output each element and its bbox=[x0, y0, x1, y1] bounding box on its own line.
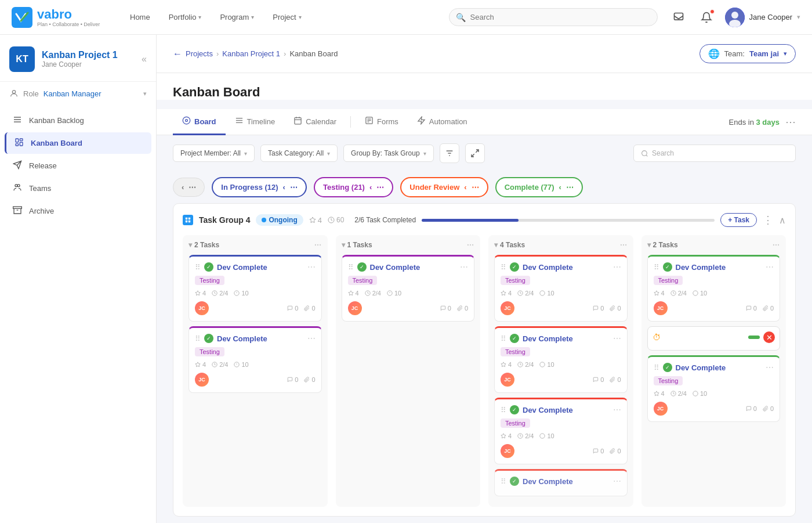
sidebar-item-archive[interactable]: Archive bbox=[5, 200, 151, 222]
nav-project[interactable]: Project ▾ bbox=[264, 9, 309, 25]
kcol-arrow-complete[interactable]: ▾ bbox=[647, 241, 651, 249]
task-group-collapse-btn[interactable]: ∧ bbox=[779, 215, 786, 226]
sidebar-item-kanban-backlog[interactable]: Kanban Backlog bbox=[5, 110, 151, 131]
tab-timeline[interactable]: Timeline bbox=[226, 109, 285, 135]
task-title[interactable]: Dev Complete bbox=[523, 477, 610, 486]
role-value[interactable]: Kanban Manager bbox=[44, 89, 102, 98]
task-more-btn[interactable]: ⋯ bbox=[766, 363, 774, 372]
task-category-filter[interactable]: Task Category: All ▾ bbox=[260, 145, 338, 162]
nav-home[interactable]: Home bbox=[122, 9, 158, 25]
col-header-testing[interactable]: Testing (21) ‹ ⋯ bbox=[314, 177, 393, 197]
sidebar-item-release[interactable]: Release bbox=[5, 155, 151, 176]
drag-handle-icon[interactable]: ⠿ bbox=[501, 406, 506, 414]
kcol-dots-inprogress[interactable] bbox=[314, 241, 322, 249]
col-testing-more[interactable]: ⋯ bbox=[376, 183, 384, 192]
sidebar-label-teams: Teams bbox=[29, 184, 51, 193]
breadcrumb-projects[interactable]: Projects bbox=[186, 49, 213, 58]
group-by-filter[interactable]: Group By: Task Group ▾ bbox=[343, 145, 434, 162]
team-selector[interactable]: 🌐 Team: Team jai ▾ bbox=[699, 44, 796, 63]
task-title[interactable]: Dev Complete bbox=[217, 263, 304, 272]
nav-portfolio[interactable]: Portfolio ▾ bbox=[161, 9, 210, 25]
kcol-dots-complete[interactable] bbox=[772, 241, 780, 249]
sidebar-label-board: Kanban Board bbox=[31, 139, 82, 147]
col-header-empty[interactable]: ‹ ⋯ bbox=[173, 178, 205, 197]
nav-program[interactable]: Program ▾ bbox=[212, 9, 262, 25]
task-group-time: 60 bbox=[328, 216, 344, 224]
breadcrumb-project-name[interactable]: Kanban Project 1 bbox=[222, 49, 280, 58]
breadcrumb-back-icon[interactable]: ← bbox=[173, 49, 182, 59]
tab-forms[interactable]: Forms bbox=[356, 109, 408, 135]
task-title[interactable]: Dev Complete bbox=[523, 334, 610, 343]
task-more-btn[interactable]: ⋯ bbox=[613, 477, 621, 486]
drag-handle-icon[interactable]: ⠿ bbox=[501, 477, 506, 486]
reject-btn[interactable]: ✕ bbox=[763, 331, 775, 343]
tab-automation[interactable]: Automation bbox=[408, 109, 477, 135]
header-more-btn[interactable]: ⋯ bbox=[785, 116, 796, 128]
task-title[interactable]: Dev Complete bbox=[370, 263, 457, 272]
task-more-btn[interactable]: ⋯ bbox=[307, 334, 316, 343]
logo[interactable]: vabro Plan • Collaborate • Deliver bbox=[12, 7, 104, 28]
kcol-dots-testing[interactable] bbox=[466, 241, 474, 249]
fullscreen-btn[interactable] bbox=[465, 143, 485, 163]
drag-handle-icon[interactable]: ⠿ bbox=[501, 263, 506, 272]
breadcrumb-bar: ← Projects › Kanban Project 1 › Kanban B… bbox=[157, 35, 812, 73]
kcol-arrow-underreview[interactable]: ▾ bbox=[494, 241, 498, 249]
global-search-input[interactable] bbox=[449, 8, 658, 26]
drag-handle-icon[interactable]: ⠿ bbox=[195, 263, 201, 272]
task-stars-meta: 4 bbox=[195, 290, 206, 297]
col-header-inprogress[interactable]: In Progress (12) ‹ ⋯ bbox=[212, 177, 307, 197]
sidebar-label-archive: Archive bbox=[29, 207, 54, 215]
task-more-btn[interactable]: ⋯ bbox=[766, 262, 774, 272]
task-more-btn[interactable]: ⋯ bbox=[613, 334, 621, 343]
messages-icon-btn[interactable] bbox=[669, 8, 688, 27]
drag-handle-icon[interactable]: ⠿ bbox=[501, 334, 506, 343]
drag-handle-icon[interactable]: ⠿ bbox=[195, 334, 201, 343]
task-more-btn[interactable]: ⋯ bbox=[307, 262, 316, 272]
task-title[interactable]: Dev Complete bbox=[676, 263, 763, 272]
col-underreview-more[interactable]: ⋯ bbox=[472, 183, 479, 192]
sidebar-item-teams[interactable]: Teams bbox=[5, 178, 151, 199]
kcol-dots-underreview[interactable] bbox=[619, 241, 628, 249]
kcol-arrow-inprogress[interactable]: ▾ bbox=[188, 241, 192, 249]
drag-handle-icon[interactable]: ⠿ bbox=[654, 363, 659, 372]
col-header-complete[interactable]: Complete (77) ‹ ⋯ bbox=[495, 177, 583, 197]
role-chevron-icon[interactable]: ▾ bbox=[143, 90, 147, 98]
approve-btn[interactable] bbox=[748, 336, 760, 339]
task-title[interactable]: Dev Complete bbox=[676, 363, 763, 372]
svg-marker-68 bbox=[501, 362, 506, 367]
task-time-meta: 10 bbox=[387, 290, 401, 297]
drag-handle-icon[interactable]: ⠿ bbox=[654, 263, 659, 272]
drag-handle-icon[interactable]: ⠿ bbox=[348, 263, 354, 272]
tab-right: Ends in 3 days ⋯ bbox=[729, 116, 796, 128]
project-badge: KT bbox=[9, 46, 35, 72]
sidebar-collapse-btn[interactable]: « bbox=[142, 54, 147, 64]
svg-point-17 bbox=[183, 117, 190, 124]
tab-calendar[interactable]: Calendar bbox=[284, 109, 346, 135]
project-member-filter[interactable]: Project Member: All ▾ bbox=[173, 145, 255, 162]
tab-board[interactable]: Board bbox=[173, 109, 226, 135]
task-more-btn[interactable]: ⋯ bbox=[613, 405, 621, 414]
col-complete-more[interactable]: ⋯ bbox=[566, 183, 574, 192]
archive-icon bbox=[12, 205, 23, 217]
task-more-btn[interactable]: ⋯ bbox=[613, 262, 621, 272]
project-name[interactable]: Kanban Project 1 bbox=[42, 50, 118, 60]
add-task-btn[interactable]: + Task bbox=[720, 213, 757, 227]
sidebar-item-kanban-board[interactable]: Kanban Board bbox=[5, 132, 151, 154]
user-profile[interactable]: Jane Cooper ▾ bbox=[725, 8, 800, 27]
kcol-header-underreview: ▾ 4 Tasks bbox=[494, 241, 628, 249]
kcol-arrow-testing[interactable]: ▾ bbox=[342, 241, 345, 249]
col-inprogress-more[interactable]: ⋯ bbox=[290, 183, 298, 192]
svg-point-57 bbox=[473, 244, 473, 245]
kanban-search[interactable]: Search bbox=[633, 145, 796, 162]
notifications-icon-btn[interactable] bbox=[697, 8, 716, 27]
task-title[interactable]: Dev Complete bbox=[523, 406, 610, 414]
filter-settings-btn[interactable] bbox=[440, 143, 459, 163]
task-group-menu-btn[interactable]: ⋮ bbox=[763, 214, 773, 226]
svg-marker-77 bbox=[654, 291, 658, 295]
task-title[interactable]: Dev Complete bbox=[217, 334, 304, 343]
col-complete-arrow: ‹ bbox=[559, 183, 561, 192]
task-title[interactable]: Dev Complete bbox=[523, 263, 610, 272]
col-header-underreview[interactable]: Under Review ‹ ⋯ bbox=[400, 177, 488, 197]
task-more-btn[interactable]: ⋯ bbox=[460, 262, 468, 272]
breadcrumb-sep2: › bbox=[284, 49, 286, 58]
